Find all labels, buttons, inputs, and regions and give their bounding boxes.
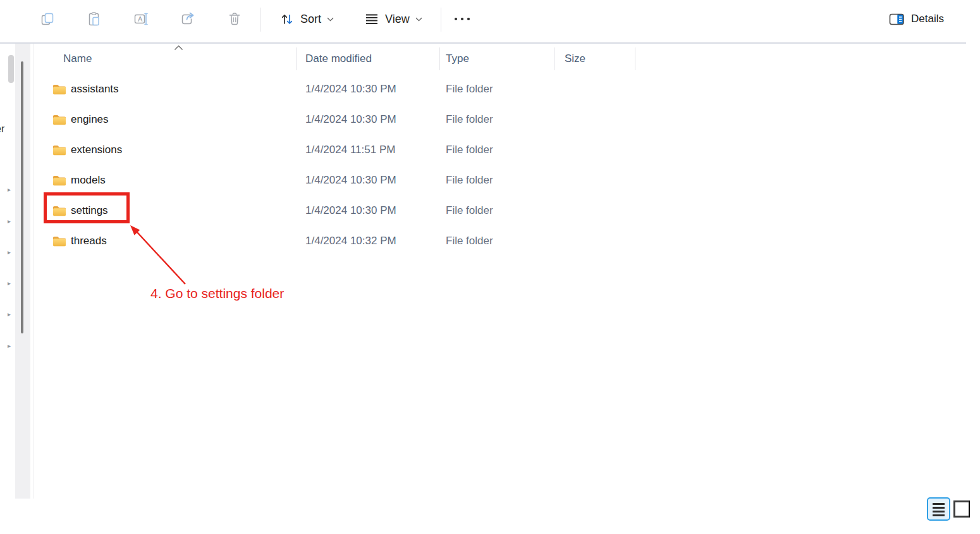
trash-icon [226,11,243,27]
tree-chevron-icon[interactable]: ▸ [8,311,15,318]
file-name[interactable]: assistants [71,83,119,96]
navigation-pane-cutoff: er ▸ ▸ ▸ ▸ ▸ ▸ [0,44,34,499]
rename-icon: A [133,11,149,27]
details-view-toggle[interactable] [927,497,950,521]
svg-text:A: A [138,15,143,23]
folder-icon [52,113,67,126]
file-name[interactable]: engines [71,113,109,126]
column-header-date[interactable]: Date modified [305,53,372,65]
tree-chevron-icon[interactable]: ▸ [8,218,15,225]
column-header-row: Name Date modified Type Size [34,44,969,73]
column-separator[interactable] [635,47,635,70]
details-pane-toggle[interactable]: Details [884,5,949,33]
see-more-button[interactable] [448,5,476,33]
file-type: File folder [446,113,493,126]
annotation-arrow [114,215,202,297]
truncated-tree-label: er [0,123,4,135]
tree-chevron-icon[interactable]: ▸ [8,249,15,256]
chevron-down-icon [415,17,422,22]
file-row-engines[interactable]: engines 1/4/2024 10:30 PM File folder [34,104,666,135]
column-header-name[interactable]: Name [63,53,92,65]
annotation-step-text: 4. Go to settings folder [150,286,284,301]
file-name[interactable]: extensions [71,144,122,156]
thumbnail-view-toggle[interactable] [953,500,970,518]
folder-icon [52,235,67,247]
ellipsis-icon [453,16,471,22]
folder-icon [52,174,67,187]
date-modified: 1/4/2024 10:30 PM [305,174,396,187]
file-type: File folder [446,83,493,96]
file-type: File folder [446,235,493,247]
toolbar-divider [0,42,966,44]
date-modified: 1/4/2024 10:30 PM [305,113,396,126]
tree-chevron-icon[interactable]: ▸ [8,186,15,194]
details-label: Details [911,13,944,25]
command-toolbar: A [0,0,980,43]
file-type: File folder [446,174,493,187]
file-type: File folder [446,204,493,217]
scrollbar-thumb[interactable] [8,55,14,83]
copy-icon [39,11,56,27]
delete-button[interactable] [221,5,248,33]
file-row-extensions[interactable]: extensions 1/4/2024 11:51 PM File folder [34,135,666,165]
share-icon [180,11,196,27]
file-name[interactable]: models [71,174,106,187]
paste-button[interactable] [80,5,108,33]
sort-ascending-icon [174,45,183,51]
share-button[interactable] [174,5,202,33]
column-header-size[interactable]: Size [565,53,585,65]
date-modified: 1/4/2024 11:51 PM [305,144,395,156]
file-name[interactable]: threads [71,235,107,247]
file-row-assistants[interactable]: assistants 1/4/2024 10:30 PM File folder [34,74,666,104]
chevron-down-icon [327,17,334,22]
view-lines-icon [364,11,379,27]
view-dropdown[interactable]: View [358,5,429,33]
file-row-models[interactable]: models 1/4/2024 10:30 PM File folder [34,165,666,196]
file-type: File folder [446,144,493,156]
copy-button[interactable] [34,5,61,33]
tree-chevron-icon[interactable]: ▸ [8,342,15,350]
toolbar-separator [441,8,441,32]
column-separator[interactable] [439,47,440,70]
rename-button[interactable]: A [127,5,155,33]
folder-icon [52,83,67,96]
column-header-type[interactable]: Type [446,53,469,65]
tree-chevron-icon[interactable]: ▸ [8,280,15,287]
file-explorer-window: A [0,0,980,534]
sort-arrows-icon [279,11,295,27]
toolbar-separator [260,8,261,32]
column-separator[interactable] [554,47,555,70]
sort-dropdown[interactable]: Sort [273,5,340,33]
nav-scrollbar[interactable] [21,61,23,333]
view-label: View [385,13,410,26]
sort-label: Sort [300,13,321,26]
date-modified: 1/4/2024 10:30 PM [305,83,396,96]
column-separator[interactable] [296,47,297,70]
date-modified: 1/4/2024 10:30 PM [305,204,396,217]
folder-icon [52,144,67,156]
paste-icon [86,11,102,27]
details-pane-icon [889,13,905,26]
date-modified: 1/4/2024 10:32 PM [305,235,396,247]
